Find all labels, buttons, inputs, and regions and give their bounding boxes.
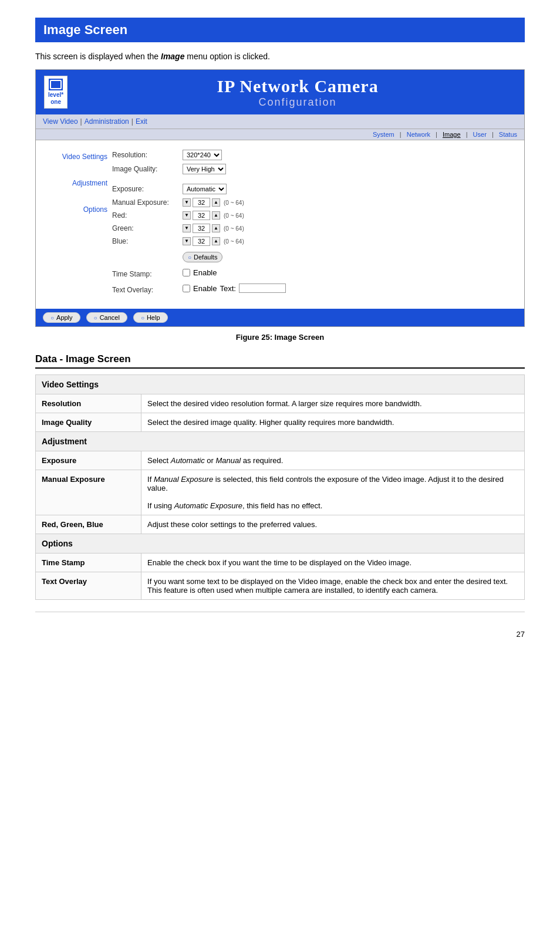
table-row: Text Overlay If you want some text to be… (36, 572, 525, 600)
resolution-select[interactable]: 320*240 (183, 150, 222, 160)
camera-ui-mockup: level* one IP Network Camera Configurati… (35, 69, 525, 327)
time-stamp-checkbox-row: Enable (183, 268, 217, 277)
blue-group: Blue: ▼ ▲ (0 ~ 64) (112, 237, 516, 246)
exposure-select[interactable]: Automatic (183, 184, 227, 194)
table-row: Manual Exposure If Manual Exposure is se… (36, 470, 525, 515)
text-overlay-checkbox[interactable] (183, 285, 190, 292)
table-row: Red, Green, Blue Adjust these color sett… (36, 515, 525, 534)
sidebar-video-settings[interactable]: Video Settings (62, 153, 107, 161)
subnav-image[interactable]: Image (443, 131, 461, 138)
camera-body: Video Settings Adjustment Options Resolu… (36, 140, 524, 309)
manual-exposure-up[interactable]: ▲ (212, 198, 220, 207)
defaults-label: Defaults (194, 254, 217, 261)
logo-icon (49, 79, 63, 90)
image-quality-select[interactable]: Very High (183, 164, 226, 174)
help-label: Help (147, 314, 160, 321)
sidebar-adjustment-section: Adjustment (41, 178, 107, 187)
defaults-button[interactable]: Defaults (183, 252, 222, 262)
exposure-group: Exposure: Automatic (112, 184, 516, 194)
data-section-title: Data - Image Screen (35, 353, 525, 369)
logo-sub: one (50, 99, 61, 106)
time-stamp-enable-label: Enable (193, 268, 217, 277)
page-number: 27 (35, 630, 525, 639)
manual-exposure-input[interactable] (193, 198, 210, 207)
green-input[interactable] (193, 224, 210, 233)
resolution-row-label: Resolution (36, 394, 141, 413)
sidebar-options-section: Options (41, 205, 107, 214)
subnav-user[interactable]: User (473, 131, 487, 138)
manual-exposure-row-desc: If Manual Exposure is selected, this fie… (141, 470, 525, 515)
text-overlay-label: Text Overlay: (112, 286, 183, 294)
video-settings-header-row: Video Settings (36, 375, 525, 394)
text-overlay-input[interactable] (239, 284, 286, 293)
exposure-label: Exposure: (112, 185, 183, 193)
subnav-network[interactable]: Network (407, 131, 430, 138)
sidebar-adjustment[interactable]: Adjustment (72, 179, 107, 187)
red-input[interactable] (193, 211, 210, 220)
nav-exit[interactable]: Exit (136, 117, 147, 126)
bottom-rule (35, 612, 525, 612)
time-stamp-group: Time Stamp: Enable (112, 268, 516, 280)
exposure-em2: Manual (215, 456, 241, 465)
camera-subnav: System | Network | Image | User | Status (36, 129, 524, 140)
blue-input[interactable] (193, 237, 210, 246)
table-row: Image Quality Select the desired image q… (36, 413, 525, 432)
manual-exposure-down[interactable]: ▼ (183, 198, 191, 207)
exposure-row-desc: Select Automatic or Manual as required. (141, 451, 525, 470)
sidebar-video-settings-section: Video Settings (41, 152, 107, 161)
subnav-system[interactable]: System (373, 131, 394, 138)
camera-header: level* one IP Network Camera Configurati… (36, 70, 524, 114)
text-overlay-enable-label: Enable (193, 284, 217, 293)
options-header: Options (36, 534, 525, 554)
camera-nav: View Video | Administration | Exit (36, 114, 524, 129)
green-spinner: ▼ ▲ (0 ~ 64) (183, 224, 244, 233)
red-group: Red: ▼ ▲ (0 ~ 64) (112, 211, 516, 220)
rgb-row-label: Red, Green, Blue (36, 515, 141, 534)
time-stamp-checkbox[interactable] (183, 269, 190, 276)
cancel-button[interactable]: Cancel (86, 312, 127, 323)
nav-admin[interactable]: Administration (85, 117, 129, 126)
data-table: Video Settings Resolution Select the des… (35, 374, 525, 600)
text-overlay-group: Text Overlay: Enable Text: (112, 284, 516, 296)
help-button[interactable]: Help (133, 312, 168, 323)
text-overlay-row-label: Text Overlay (36, 572, 141, 600)
time-stamp-row-desc: Enable the check box if you want the tim… (141, 554, 525, 572)
intro-paragraph: This screen is displayed when the Image … (35, 52, 525, 61)
page-title-bar: Image Screen (35, 18, 525, 42)
green-down[interactable]: ▼ (183, 224, 191, 232)
table-row: Resolution Select the desired video reso… (36, 394, 525, 413)
sidebar-options[interactable]: Options (83, 205, 107, 214)
camera-sidebar: Video Settings Adjustment Options (36, 146, 112, 303)
subnav-status[interactable]: Status (499, 131, 517, 138)
table-row: Time Stamp Enable the check box if you w… (36, 554, 525, 572)
image-quality-label: Image Quality: (112, 165, 183, 173)
time-stamp-label: Time Stamp: (112, 270, 183, 278)
table-row: Exposure Select Automatic or Manual as r… (36, 451, 525, 470)
blue-spinner: ▼ ▲ (0 ~ 64) (183, 237, 244, 246)
intro-text-before: This screen is displayed when the (35, 52, 161, 61)
camera-content: Resolution: 320*240 Image Quality: Very … (112, 146, 524, 303)
red-down[interactable]: ▼ (183, 211, 191, 220)
rgb-row-desc: Adjust these color settings to the prefe… (141, 515, 525, 534)
blue-up[interactable]: ▲ (212, 237, 220, 245)
green-label: Green: (112, 224, 183, 232)
blue-down[interactable]: ▼ (183, 237, 191, 245)
intro-em: Image (161, 52, 184, 61)
green-up[interactable]: ▲ (212, 224, 220, 232)
resolution-label: Resolution: (112, 151, 183, 159)
camera-logo: level* one (44, 76, 68, 109)
resolution-row-desc: Select the desired video resolution form… (141, 394, 525, 413)
apply-button[interactable]: Apply (43, 312, 80, 323)
blue-label: Blue: (112, 237, 183, 245)
red-up[interactable]: ▲ (212, 211, 220, 220)
manual-exposure-range: (0 ~ 64) (224, 200, 244, 206)
manual-exposure-spinner: ▼ ▲ (0 ~ 64) (183, 198, 244, 207)
camera-title-block: IP Network Camera Configuration (79, 76, 516, 109)
nav-view-video[interactable]: View Video (43, 117, 78, 126)
red-label: Red: (112, 211, 183, 220)
manual-exposure-group: Manual Exposure: ▼ ▲ (0 ~ 64) (112, 198, 516, 207)
camera-title-big: IP Network Camera (79, 76, 516, 96)
adjustment-header-row: Adjustment (36, 432, 525, 451)
image-quality-group: Image Quality: Very High (112, 164, 516, 174)
text-overlay-text-label: Text: (220, 284, 235, 293)
